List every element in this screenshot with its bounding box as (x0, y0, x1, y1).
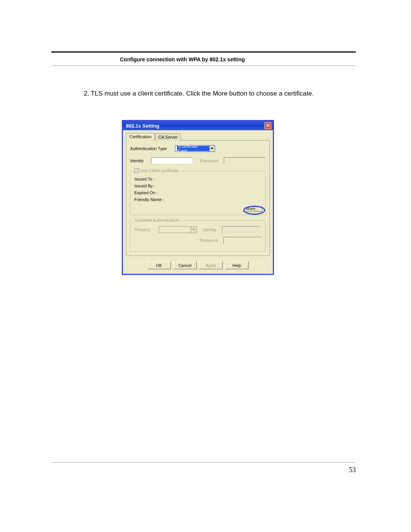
friendly-name-label: Friendly Name : (134, 197, 261, 202)
cancel-button-label: Cancel (178, 263, 191, 268)
password-label: Password (198, 158, 218, 163)
protocol-label: Protocol (134, 227, 153, 232)
client-cert-legend-label: Use Client certificate (140, 168, 179, 173)
protocol-select (159, 226, 197, 233)
chevron-down-icon (191, 227, 196, 233)
close-button[interactable]: ✕ (264, 122, 271, 129)
auth-type-select[interactable]: TLS/Smart Card (175, 145, 215, 152)
dialog-8021x-setting: 802.1x Setting ✕ Certification CA Server… (122, 120, 274, 275)
tunneled-auth-group: Tunneled Authentication Protocol Identit… (130, 220, 266, 252)
tunnel-identity-input (222, 226, 260, 233)
tunneled-legend: Tunneled Authentication (133, 218, 181, 222)
use-client-cert-checkbox[interactable]: ✓ (134, 168, 139, 173)
tunnel-password-input (223, 237, 261, 244)
expired-on-label: Expired On : (134, 190, 261, 195)
ok-button[interactable]: OK (147, 261, 171, 269)
tab-certification[interactable]: Certification (126, 133, 155, 141)
help-button-label: Help (233, 263, 241, 268)
dialog-title: 802.1x Setting (126, 123, 159, 129)
client-cert-group: ✓ Use Client certificate Issued To : Iss… (130, 171, 266, 215)
chevron-down-icon (209, 145, 215, 152)
section-title: Configure connection with WPA by 802.1x … (120, 56, 356, 62)
more-button-label: More... (246, 206, 259, 211)
password-input (224, 157, 266, 164)
identity-label: Identity (130, 158, 146, 163)
tab-ca-server-label: CA Server (158, 135, 177, 139)
ok-button-label: OK (156, 263, 162, 268)
apply-button: Apply (199, 261, 223, 269)
tunnel-password-label: Password (196, 238, 218, 243)
tab-ca-server[interactable]: CA Server (155, 133, 181, 141)
header-thin-rule (51, 66, 356, 66)
tunnel-identity-label: Identity (199, 227, 217, 232)
issued-to-label: Issued To : (134, 177, 261, 181)
tab-strip: Certification CA Server (126, 133, 270, 141)
tab-certification-label: Certification (129, 134, 151, 139)
help-button[interactable]: Help (225, 261, 249, 269)
page-number: 53 (349, 466, 356, 474)
tab-panel-certification: Authentication Type TLS/Smart Card Ident… (126, 140, 270, 256)
auth-type-value: TLS/Smart Card (177, 146, 209, 151)
apply-button-label: Apply (206, 263, 216, 268)
client-cert-legend: ✓ Use Client certificate (133, 168, 180, 173)
issued-by-label: Issued By : (134, 184, 261, 188)
dialog-titlebar: 802.1x Setting ✕ (123, 121, 273, 130)
tunneled-legend-label: Tunneled Authentication (134, 218, 179, 222)
top-rule (51, 51, 356, 53)
cancel-button[interactable]: Cancel (173, 261, 197, 269)
close-icon: ✕ (266, 123, 270, 128)
identity-input[interactable] (151, 157, 193, 164)
footer-rule (51, 462, 356, 463)
more-button[interactable]: More... (242, 206, 262, 212)
step-text: 2. TLS must use a client certificate. Cl… (84, 89, 356, 99)
dialog-button-row: OK Cancel Apply Help (126, 258, 270, 271)
auth-type-label: Authentication Type (130, 146, 172, 151)
